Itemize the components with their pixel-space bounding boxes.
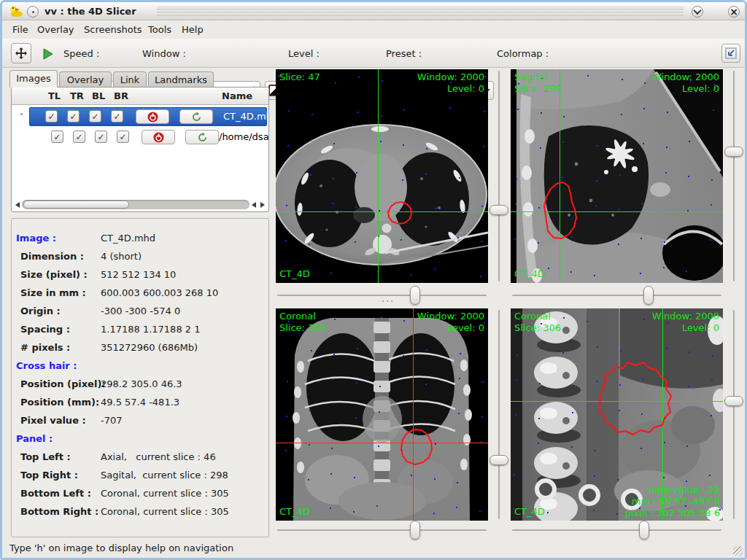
checkbox-tl[interactable]: ✓ [51, 131, 63, 143]
window-overlay: Window: 2000Level: 0 [652, 71, 719, 95]
image-name: CT_4D.mhd [223, 111, 269, 122]
chevron-down-icon [693, 7, 701, 15]
shade-button[interactable] [692, 6, 703, 18]
viewport-sagittal[interactable]: SagitalSlice: 299 Window: 2000Level: 0 C… [511, 69, 723, 283]
window-overlay: Window: 2000Level: 0 [417, 71, 484, 95]
resize-grip-icon[interactable] [733, 546, 743, 556]
tree-horizontal-scrollbar[interactable] [13, 199, 267, 210]
tab-landmarks[interactable]: Landmarks [148, 71, 214, 88]
menu-tools[interactable]: Tools [148, 24, 171, 35]
menu-screenshots[interactable]: Screenshots [84, 24, 142, 35]
splitter-handle[interactable] [382, 300, 398, 303]
info-label: # pixels : [12, 342, 101, 353]
menu-overlay[interactable]: Overlay [37, 24, 74, 35]
status-text: Type 'h' on image to display help on nav… [9, 542, 233, 553]
info-value: Axial, current slice : 46 [101, 451, 216, 462]
viewport-coronal[interactable]: CoronalSlice: 306 Window: 2000Level: 0 C… [276, 308, 488, 521]
menu-file[interactable]: File [12, 24, 28, 35]
close-image-button[interactable] [142, 130, 175, 144]
fit-view-button[interactable] [721, 44, 740, 63]
checkbox-br[interactable]: ✓ [117, 131, 129, 143]
titlebar[interactable]: vv : the 4D Slicer × [2, 2, 745, 20]
check-icon: ✓ [119, 132, 126, 142]
tab-link[interactable]: Link [113, 71, 147, 88]
slider-handle[interactable] [410, 286, 420, 305]
info-value: 512 512 134 10 [101, 269, 176, 280]
check-icon: ✓ [75, 132, 82, 142]
image-path: /home/dsarru [219, 131, 269, 142]
slider-handle[interactable] [643, 286, 654, 305]
slider-handle[interactable] [724, 396, 743, 406]
reload-image-button[interactable] [185, 130, 219, 144]
slider-handle[interactable] [489, 455, 508, 465]
window-menu-dot-icon [32, 11, 34, 13]
slider-handle[interactable] [724, 147, 743, 157]
slice-slider-horizontal-bl[interactable] [276, 522, 488, 538]
check-icon: ✓ [91, 112, 98, 122]
tab-overlay[interactable]: Overlay [59, 71, 112, 88]
titlebar-stripes [157, 7, 684, 16]
scroll-left-icon[interactable] [249, 200, 258, 209]
col-name: Name [222, 90, 252, 101]
checkbox-tl[interactable]: ✓ [45, 110, 58, 122]
info-value: 351272960 (686Mb) [101, 342, 198, 353]
col-tr: TR [70, 90, 84, 101]
image-info-panel: Image :CT_4D.mhd Dimension :4 (short) Si… [11, 218, 269, 537]
slice-slider-vertical-tl[interactable] [491, 69, 507, 283]
play-icon [42, 47, 55, 61]
info-value: 298.2 305.0 46.3 [101, 378, 182, 389]
slider-track[interactable] [498, 310, 500, 519]
checkbox-br[interactable]: ✓ [111, 110, 123, 122]
slider-track[interactable] [512, 295, 721, 296]
collapse-icon[interactable]: - [18, 111, 26, 119]
slider-track[interactable] [733, 310, 735, 519]
crosshair-tool-button[interactable] [11, 43, 31, 63]
scroll-left-icon[interactable] [13, 200, 22, 209]
close-image-button[interactable] [136, 109, 169, 124]
check-icon: ✓ [97, 132, 104, 142]
play-button[interactable] [39, 44, 57, 63]
info-label: Dimension : [12, 251, 101, 262]
image-name-overlay: CT_4D [279, 506, 310, 518]
slice-overlay: Slice: 47 [279, 71, 320, 83]
info-value: -300 -300 -574 0 [101, 306, 180, 316]
crosshair-icon [15, 47, 27, 59]
viewport-coronal-zoom[interactable]: CoronalSlice: 306 Window: 2000Level: 0 d… [511, 308, 723, 521]
table-row[interactable]: ✓ ✓ ✓ ✓ /home/dsarru [13, 128, 267, 147]
statusbar: Type 'h' on image to display help on nav… [2, 539, 745, 558]
scroll-right-icon[interactable] [258, 200, 267, 209]
close-button[interactable]: × [728, 6, 740, 18]
scrollbar-track[interactable] [22, 200, 249, 209]
window-menu-button[interactable] [27, 6, 39, 18]
slice-slider-horizontal-tr[interactable] [511, 287, 723, 303]
image-name-overlay: CT_4D [514, 506, 545, 518]
slider-track[interactable] [277, 529, 487, 531]
checkbox-tr[interactable]: ✓ [67, 110, 80, 122]
checkbox-tr[interactable]: ✓ [73, 131, 85, 143]
slider-track[interactable] [277, 295, 487, 296]
orientation-overlay: SagitalSlice: 299 [514, 71, 561, 95]
orientation-overlay: CoronalSlice: 306 [514, 311, 561, 334]
slice-slider-vertical-bl[interactable] [491, 308, 507, 521]
slider-track[interactable] [512, 529, 721, 531]
slider-handle[interactable] [489, 205, 508, 215]
checkbox-bl[interactable]: ✓ [89, 110, 101, 122]
reload-image-button[interactable] [179, 109, 213, 124]
tab-images[interactable]: Images [9, 70, 58, 88]
viewport-axial[interactable]: Slice: 47 Window: 2000Level: 0 CT_4D [276, 69, 488, 283]
slider-handle[interactable] [639, 521, 649, 540]
application-window: vv : the 4D Slicer × File Overlay Screen… [0, 0, 747, 560]
slice-slider-vertical-tr[interactable] [726, 69, 742, 283]
slice-slider-horizontal-br[interactable] [511, 522, 723, 538]
table-row[interactable]: - ✓ ✓ ✓ ✓ CT_4D.mhd [13, 107, 267, 126]
info-value: Coronal, current slice : 305 [101, 506, 229, 517]
slice-slider-vertical-br[interactable] [726, 308, 742, 521]
slider-track[interactable] [498, 71, 500, 281]
slider-handle[interactable] [410, 521, 420, 540]
checkbox-bl[interactable]: ✓ [95, 131, 107, 143]
col-tl: TL [48, 90, 61, 101]
menu-help[interactable]: Help [182, 24, 204, 35]
col-br: BR [114, 90, 128, 101]
slider-track[interactable] [733, 71, 735, 281]
scrollbar-thumb[interactable] [23, 201, 129, 209]
